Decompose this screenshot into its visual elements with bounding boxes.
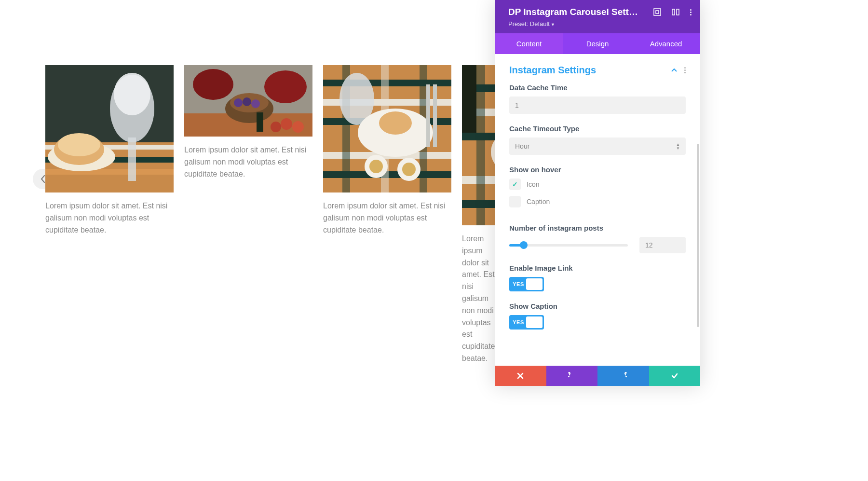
panel-title: DP Instagram Carousel Sett… <box>508 7 653 17</box>
svg-point-37 <box>369 160 383 173</box>
carousel-caption: Lorem ipsum dolor sit amet. Est nisi gal… <box>45 200 174 236</box>
field-show-on-hover: Show on hover Icon Caption <box>495 165 700 224</box>
scrollbar-thumb[interactable] <box>697 144 699 327</box>
carousel-item[interactable]: Lorem ipsum dolor sit amet. Est nisi gal… <box>45 65 174 365</box>
checkbox-icon[interactable] <box>509 179 521 190</box>
panel-body[interactable]: Instagram Settings Data Cache Time Cache… <box>495 54 700 366</box>
settings-panel: DP Instagram Carousel Sett… Preset: Defa… <box>495 0 700 386</box>
carousel-caption: Lorem ipsum dolor sit amet. Est nisi gal… <box>462 233 496 365</box>
preset-label: Preset: Default <box>508 20 550 27</box>
field-cache-timeout-type: Cache Timeout Type Hour ▲▼ <box>495 124 700 165</box>
tab-advanced[interactable]: Advanced <box>632 33 700 54</box>
svg-rect-23 <box>257 112 263 132</box>
checkbox-row-icon[interactable]: Icon <box>509 179 686 190</box>
section-more-icon[interactable] <box>684 67 686 73</box>
svg-rect-57 <box>677 9 679 15</box>
panel-header: DP Instagram Carousel Sett… Preset: Defa… <box>495 0 700 54</box>
editor-canvas: Lorem ipsum dolor sit amet. Est nisi gal… <box>0 0 495 481</box>
toggle-label: YES <box>511 319 526 325</box>
redo-icon <box>619 372 627 380</box>
checkbox-row-caption[interactable]: Caption <box>509 196 686 207</box>
redo-button[interactable] <box>597 366 649 386</box>
preset-dropdown[interactable]: Preset: Default▼ <box>495 20 700 33</box>
field-label: Number of instagram posts <box>509 224 686 232</box>
svg-point-17 <box>234 98 243 107</box>
enable-image-link-toggle[interactable]: YES <box>509 277 544 291</box>
carousel-item[interactable]: Lorem ipsum dolor sit amet. Est nisi gal… <box>462 65 496 365</box>
panel-tabs: Content Design Advanced <box>495 33 700 54</box>
panel-footer <box>495 366 700 386</box>
more-menu-icon[interactable] <box>690 9 692 15</box>
check-icon <box>671 372 678 380</box>
num-posts-slider[interactable] <box>509 244 628 247</box>
slider-thumb[interactable] <box>520 241 528 249</box>
svg-point-35 <box>379 111 412 135</box>
num-posts-value[interactable]: 12 <box>639 237 686 253</box>
undo-button[interactable] <box>546 366 598 386</box>
svg-point-39 <box>402 163 416 176</box>
cache-timeout-select[interactable]: Hour ▲▼ <box>509 137 686 155</box>
field-enable-image-link: Enable Image Link YES <box>495 264 700 302</box>
carousel-image <box>323 65 451 192</box>
svg-point-14 <box>264 70 307 103</box>
tab-design[interactable]: Design <box>563 33 632 54</box>
svg-point-21 <box>292 121 304 133</box>
svg-rect-48 <box>476 65 485 225</box>
data-cache-time-input[interactable] <box>509 96 686 114</box>
toggle-knob <box>526 316 542 328</box>
svg-point-6 <box>114 73 150 115</box>
field-label: Enable Image Link <box>509 264 686 272</box>
svg-point-18 <box>243 97 251 106</box>
select-value: Hour <box>509 137 686 155</box>
expand-icon[interactable] <box>653 8 661 16</box>
svg-rect-56 <box>672 9 675 15</box>
carousel-image <box>462 65 496 225</box>
svg-point-13 <box>193 69 233 100</box>
carousel-caption: Lorem ipsum dolor sit amet. Est nisi gal… <box>323 200 451 236</box>
field-label: Cache Timeout Type <box>509 124 686 133</box>
tab-content[interactable]: Content <box>495 33 563 54</box>
carousel-caption: Lorem ipsum dolor sit amet. Est nisi gal… <box>184 144 312 180</box>
field-label: Data Cache Time <box>509 83 686 92</box>
select-arrows-icon: ▲▼ <box>676 143 680 150</box>
chevron-left-icon <box>41 175 45 183</box>
svg-rect-4 <box>45 169 174 175</box>
toggle-knob <box>526 278 542 290</box>
svg-point-10 <box>58 133 100 156</box>
section-title: Instagram Settings <box>509 65 671 76</box>
svg-rect-55 <box>656 11 659 14</box>
svg-point-19 <box>251 99 260 108</box>
field-label: Show on hover <box>509 165 686 174</box>
cancel-button[interactable] <box>495 366 546 386</box>
checkbox-label: Icon <box>527 180 539 188</box>
svg-rect-40 <box>426 84 430 147</box>
carousel-item[interactable]: Lorem ipsum dolor sit amet. Est nisi gal… <box>184 65 312 365</box>
svg-point-22 <box>271 122 281 132</box>
field-data-cache-time: Data Cache Time <box>495 83 700 124</box>
columns-icon[interactable] <box>672 8 679 16</box>
section-header[interactable]: Instagram Settings <box>495 54 700 83</box>
save-button[interactable] <box>649 366 701 386</box>
close-icon <box>516 372 524 380</box>
svg-rect-7 <box>128 137 136 181</box>
carousel-image <box>184 65 312 137</box>
chevron-up-icon <box>671 67 678 74</box>
svg-rect-50 <box>462 65 476 133</box>
undo-icon <box>568 372 576 380</box>
checkbox-label: Caption <box>527 198 550 206</box>
toggle-label: YES <box>511 281 526 287</box>
svg-rect-41 <box>433 84 437 147</box>
field-num-posts: Number of instagram posts 12 <box>495 224 700 264</box>
carousel-image <box>45 65 174 192</box>
caret-down-icon: ▼ <box>551 22 555 27</box>
svg-rect-54 <box>654 9 661 15</box>
field-label: Show Caption <box>509 302 686 310</box>
checkbox-caption[interactable] <box>509 196 521 207</box>
carousel-item[interactable]: Lorem ipsum dolor sit amet. Est nisi gal… <box>323 65 451 365</box>
show-caption-toggle[interactable]: YES <box>509 315 544 330</box>
field-show-caption: Show Caption YES <box>495 302 700 340</box>
svg-point-20 <box>281 118 292 130</box>
